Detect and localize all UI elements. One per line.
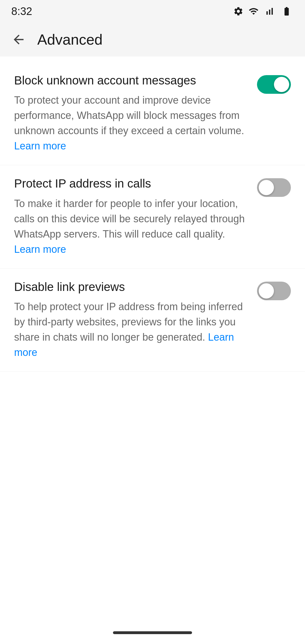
setting-title-block-unknown: Block unknown account messages (14, 73, 249, 88)
nav-indicator (113, 631, 192, 634)
status-bar: 8:32 (0, 0, 305, 23)
setting-text-block-unknown: Block unknown account messages To protec… (14, 73, 257, 154)
setting-description-disable-link-previews: To help protect your IP address from bei… (14, 299, 249, 360)
app-bar: Advanced (0, 23, 305, 56)
setting-item-block-unknown[interactable]: Block unknown account messages To protec… (0, 62, 305, 165)
settings-status-icon (233, 6, 243, 16)
setting-title-disable-link-previews: Disable link previews (14, 280, 249, 294)
learn-more-block-unknown[interactable]: Learn more (14, 140, 66, 152)
toggle-container-protect-ip[interactable] (257, 177, 291, 197)
toggle-thumb-protect-ip (259, 180, 274, 195)
setting-item-disable-link-previews[interactable]: Disable link previews To help protect yo… (0, 269, 305, 372)
toggle-container-disable-link-previews[interactable] (257, 280, 291, 300)
setting-description-protect-ip: To make it harder for people to infer yo… (14, 196, 249, 257)
setting-desc-text-block-unknown: To protect your account and improve devi… (14, 94, 244, 136)
setting-item-protect-ip[interactable]: Protect IP address in calls To make it h… (0, 165, 305, 268)
toggle-thumb-block-unknown (274, 77, 289, 92)
status-icons (233, 6, 294, 16)
toggle-block-unknown[interactable] (257, 75, 291, 94)
toggle-disable-link-previews[interactable] (257, 282, 291, 300)
back-arrow-icon (11, 32, 26, 47)
setting-text-disable-link-previews: Disable link previews To help protect yo… (14, 280, 257, 360)
back-button[interactable] (8, 29, 29, 50)
setting-desc-text-protect-ip: To make it harder for people to infer yo… (14, 198, 245, 240)
navigation-bar (0, 621, 305, 644)
setting-title-protect-ip: Protect IP address in calls (14, 177, 249, 191)
toggle-thumb-disable-link-previews (259, 283, 274, 299)
status-time: 8:32 (11, 5, 32, 18)
learn-more-protect-ip[interactable]: Learn more (14, 243, 66, 255)
signal-icon (264, 6, 275, 16)
settings-content: Block unknown account messages To protec… (0, 56, 305, 377)
page-title: Advanced (37, 31, 103, 48)
setting-description-block-unknown: To protect your account and improve devi… (14, 93, 249, 154)
wifi-icon (248, 6, 259, 16)
setting-text-protect-ip: Protect IP address in calls To make it h… (14, 177, 257, 257)
toggle-protect-ip[interactable] (257, 178, 291, 197)
battery-icon (280, 6, 294, 16)
toggle-container-block-unknown[interactable] (257, 73, 291, 94)
